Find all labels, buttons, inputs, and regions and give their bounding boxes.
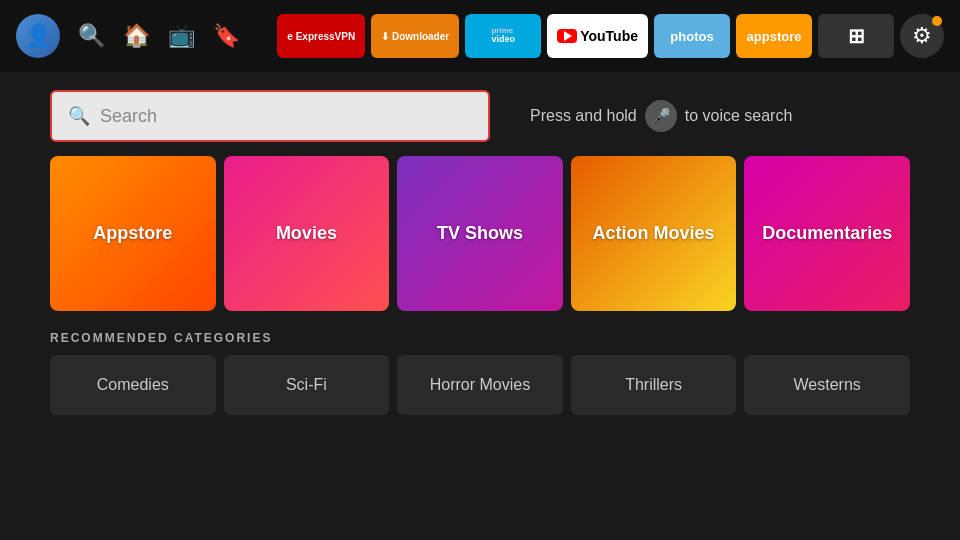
downloader-label: ⬇ Downloader: [381, 31, 449, 42]
tv-icon[interactable]: 📺: [168, 23, 195, 49]
category-tvshows-label: TV Shows: [437, 223, 523, 244]
mic-button[interactable]: 🎤: [645, 100, 677, 132]
voice-hint: Press and hold 🎤 to voice search: [530, 100, 792, 132]
category-action[interactable]: Action Movies: [571, 156, 737, 311]
category-documentaries[interactable]: Documentaries: [744, 156, 910, 311]
rec-thrillers-label: Thrillers: [625, 376, 682, 394]
category-movies-label: Movies: [276, 223, 337, 244]
appstore-nav-app[interactable]: appstore: [736, 14, 812, 58]
rec-scifi-label: Sci-Fi: [286, 376, 327, 394]
expressvpn-app[interactable]: e ExpressVPN: [277, 14, 365, 58]
photos-label: photos: [670, 29, 713, 44]
recommended-section: RECOMMENDED CATEGORIES Comedies Sci-Fi H…: [0, 331, 960, 415]
photos-app[interactable]: photos: [654, 14, 730, 58]
qr-app[interactable]: ⊞: [818, 14, 894, 58]
recommended-title: RECOMMENDED CATEGORIES: [50, 331, 910, 345]
search-nav-icon[interactable]: 🔍: [78, 23, 105, 49]
rec-scifi[interactable]: Sci-Fi: [224, 355, 390, 415]
primevideo-app[interactable]: prime video: [465, 14, 541, 58]
search-box-icon: 🔍: [68, 105, 90, 127]
bookmark-icon[interactable]: 🔖: [213, 23, 240, 49]
expressvpn-label: e ExpressVPN: [287, 31, 355, 42]
rec-horror[interactable]: Horror Movies: [397, 355, 563, 415]
qr-icon: ⊞: [848, 24, 865, 48]
youtube-label: YouTube: [557, 28, 638, 44]
rec-thrillers[interactable]: Thrillers: [571, 355, 737, 415]
voice-hint-suffix: to voice search: [685, 107, 793, 125]
category-documentaries-label: Documentaries: [762, 223, 892, 244]
search-placeholder: Search: [100, 106, 157, 127]
home-icon[interactable]: 🏠: [123, 23, 150, 49]
recommended-grid: Comedies Sci-Fi Horror Movies Thrillers …: [50, 355, 910, 415]
downloader-app[interactable]: ⬇ Downloader: [371, 14, 459, 58]
rec-comedies-label: Comedies: [97, 376, 169, 394]
settings-icon: ⚙: [912, 23, 932, 49]
search-area: 🔍 Search Press and hold 🎤 to voice searc…: [0, 72, 960, 156]
category-tvshows[interactable]: TV Shows: [397, 156, 563, 311]
settings-button[interactable]: ⚙: [900, 14, 944, 58]
top-nav: 👤 🔍 🏠 📺 🔖 e ExpressVPN ⬇ Downloader prim…: [0, 0, 960, 72]
youtube-play-icon: [557, 29, 577, 43]
rec-comedies[interactable]: Comedies: [50, 355, 216, 415]
category-movies[interactable]: Movies: [224, 156, 390, 311]
category-action-label: Action Movies: [593, 223, 715, 244]
nav-left-icons: 👤 🔍 🏠 📺 🔖: [16, 14, 240, 58]
mic-icon: 🎤: [651, 107, 671, 126]
youtube-app[interactable]: YouTube: [547, 14, 648, 58]
rec-westerns[interactable]: Westerns: [744, 355, 910, 415]
rec-horror-label: Horror Movies: [430, 376, 530, 394]
category-appstore[interactable]: Appstore: [50, 156, 216, 311]
appstore-nav-label: appstore: [747, 29, 802, 44]
nav-apps: e ExpressVPN ⬇ Downloader prime video Yo…: [277, 14, 944, 58]
search-box[interactable]: 🔍 Search: [50, 90, 490, 142]
voice-hint-prefix: Press and hold: [530, 107, 637, 125]
settings-notification-dot: [932, 16, 942, 26]
primevideo-label: prime video: [491, 27, 515, 46]
avatar-icon: 👤: [25, 23, 52, 49]
category-appstore-label: Appstore: [93, 223, 172, 244]
categories-grid: Appstore Movies TV Shows Action Movies D…: [0, 156, 960, 311]
avatar[interactable]: 👤: [16, 14, 60, 58]
rec-westerns-label: Westerns: [794, 376, 861, 394]
